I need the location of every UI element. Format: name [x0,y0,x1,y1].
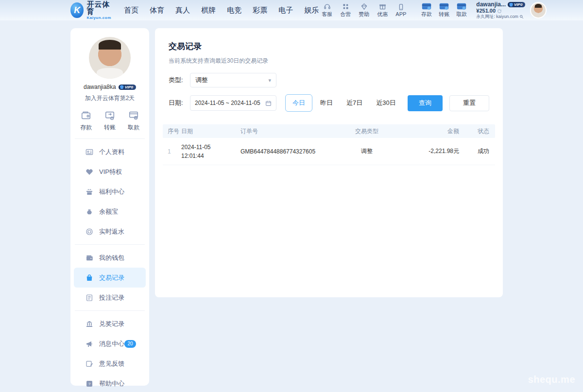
search-button[interactable]: 查询 [408,95,443,111]
nav-home[interactable]: 首页 [124,6,138,15]
nav-live[interactable]: 真人 [175,6,190,15]
site-watermark: shequ.me [528,374,575,385]
sidebar-item-label: 实时返水 [99,227,124,236]
withdraw-card-icon [457,3,466,10]
brand-name: 开云体育 [86,0,113,15]
gift-icon [86,188,93,196]
cell-type: 调整 [338,147,396,155]
app-icon [397,3,405,11]
nav-entertainment[interactable]: 娱乐 [304,6,319,15]
sidebar-item-wallet[interactable]: 我的钱包 [74,248,146,268]
range-yesterday-button[interactable]: 昨日 [314,94,339,112]
sidebar-item-help[interactable]: ? 帮助中心 [74,374,146,392]
cell-index: 1 [163,148,181,155]
range-today-button[interactable]: 今日 [285,94,312,112]
range-30days-button[interactable]: 近30日 [370,94,401,112]
transactions-panel: 交易记录 当前系统支持查询最近30日的交易记录 类型: 调整 ▾ 日期: 202… [155,28,503,297]
deposit-icon [81,110,91,121]
sidebar-item-label: 意见反馈 [99,359,124,368]
nav-app-label: APP [395,11,406,17]
nav-support[interactable]: 客服 [319,3,335,18]
date-range-input[interactable]: 2024-11-05 ~ 2024-11-05 [190,95,276,111]
nav-esports[interactable]: 电竞 [227,6,241,15]
transactions-table: 序号 日期 订单号 交易类型 金额 状态 1 2024-11-0512:01:4… [163,124,495,165]
nav-transfer-label: 转账 [439,11,449,18]
magnifier-icon[interactable] [519,15,524,19]
sidebar-item-yuebao[interactable]: 余额宝 [74,202,146,222]
cell-order-no: GMB6447844886774327605 [240,148,338,155]
profile-username: dawanjia8ka [84,84,116,90]
page-subtitle: 当前系统支持查询最近30日的交易记录 [169,57,489,65]
calendar-icon [265,100,272,106]
nav-partnership[interactable]: 合营 [337,3,354,18]
sidebar-item-profile[interactable]: 个人资料 [74,142,146,162]
user-avatar[interactable] [530,2,547,18]
join-days-text: 加入开云体育第2天 [70,94,149,102]
header-date: 日期 [181,127,240,136]
header-order-no: 订单号 [240,127,338,136]
nav-promotions[interactable]: 优惠 [374,3,391,18]
nav-sports[interactable]: 体育 [150,6,164,15]
promotions-icon [379,3,386,10]
sidebar-withdraw-label: 取款 [128,123,139,132]
type-select[interactable]: 调整 ▾ [190,73,276,87]
sidebar-item-label: VIP特权 [99,168,122,176]
nav-promotions-label: 优惠 [377,11,388,18]
brand-domain: Kaiyun.com [86,16,113,20]
megaphone-icon [86,340,93,348]
sidebar-transfer-action[interactable]: 转账 [104,110,116,132]
sidebar-item-label: 兑奖记录 [99,320,124,328]
sponsor-icon [360,3,368,10]
vip-badge: VIP0 [508,2,525,7]
nav-deposit[interactable]: 存款 [418,3,435,18]
sidebar-item-rebate[interactable]: 实时返水 [74,222,146,241]
sidebar-item-label: 投注记录 [99,293,124,302]
nav-slots[interactable]: 电子 [278,6,293,15]
sidebar-item-label: 个人资料 [99,148,124,156]
withdraw-icon [128,110,139,121]
money-pot-icon [86,208,93,216]
nav-withdraw[interactable]: 取款 [453,3,470,18]
sidebar-item-prizes[interactable]: 兑奖记录 [74,314,146,334]
header-status: 状态 [459,127,495,136]
header-index: 序号 [163,127,181,136]
balance-amount: ¥251.00 [476,8,496,14]
header-type: 交易类型 [338,127,396,136]
user-name[interactable]: dawanjia... [476,1,506,8]
nav-transfer[interactable]: 转账 [435,3,453,18]
nav-withdraw-label: 取款 [456,11,467,18]
refresh-balance-icon[interactable] [497,9,502,14]
type-selected-value: 调整 [195,76,208,85]
sidebar-withdraw-action[interactable]: 取款 [128,110,139,132]
sidebar-deposit-action[interactable]: 存款 [80,110,92,132]
range-7days-button[interactable]: 近7日 [341,94,368,112]
transfer-icon [104,110,115,121]
sidebar-item-bets[interactable]: 投注记录 [74,288,146,307]
header-amount: 金额 [396,127,459,136]
sidebar-item-benefits[interactable]: 福利中心 [74,182,146,202]
sidebar-deposit-label: 存款 [80,123,92,132]
nav-deposit-label: 存款 [421,11,432,18]
reset-button[interactable]: 重置 [449,95,489,111]
nav-sponsor-label: 赞助 [359,11,369,18]
sidebar-item-vip[interactable]: VIP特权 [74,162,146,182]
sidebar-item-transactions[interactable]: 交易记录 [74,268,146,288]
nav-boardgames[interactable]: 棋牌 [201,6,216,15]
profile-avatar[interactable] [89,37,131,79]
nav-sponsor[interactable]: 赞助 [356,3,372,18]
chevron-down-icon: ▾ [268,77,271,84]
date-range-value: 2024-11-05 ~ 2024-11-05 [195,100,260,106]
nav-lottery[interactable]: 彩票 [253,6,267,15]
permanent-url: 永久网址: kaiyun.com [476,14,518,19]
sidebar-item-feedback[interactable]: 意见反馈 [74,354,146,374]
brand-logo[interactable]: K 开云体育 Kaiyun.com [70,0,113,20]
user-summary: dawanjia... VIP0 ¥251.00 永久网址: kaiyun.co… [476,1,525,19]
nav-app[interactable]: APP [393,3,409,17]
transfer-card-icon [439,3,449,10]
table-row: 1 2024-11-0512:01:44 GMB6447844886774327… [163,138,495,165]
sidebar-item-messages[interactable]: 消息中心 20 [74,334,146,354]
feedback-icon [86,360,93,368]
sidebar-item-label: 交易记录 [99,273,124,282]
partnership-icon [342,3,349,10]
profile-card-icon [86,148,93,156]
